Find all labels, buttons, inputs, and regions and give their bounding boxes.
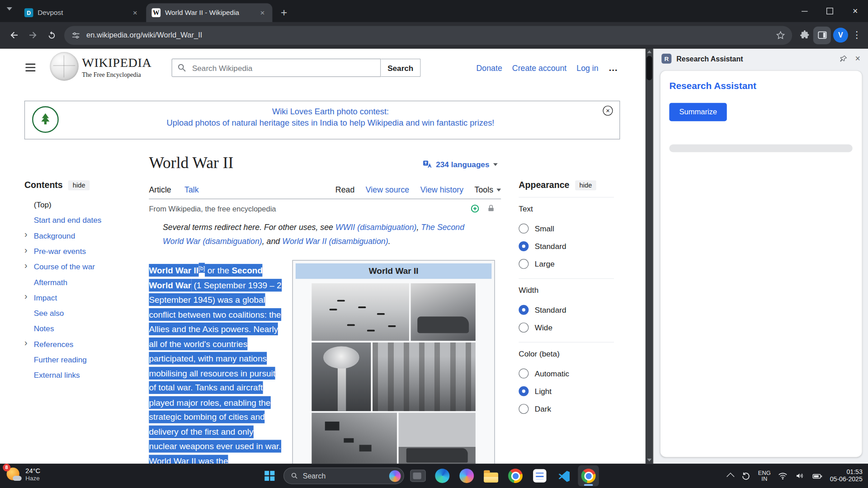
tools-menu[interactable]: Tools	[475, 185, 501, 194]
side-panel-toggle-button[interactable]	[813, 26, 831, 44]
browser-tab-devpost[interactable]: D Devpost ×	[19, 3, 145, 22]
edge-taskbar-button[interactable]	[432, 465, 453, 487]
taskbar-clock[interactable]: 01:53 05-06-2025	[830, 469, 863, 483]
scroll-down-arrow-icon[interactable]	[647, 459, 651, 461]
inline-link[interactable]: WWII (disambiguation)	[335, 223, 417, 232]
photo-city-ruins[interactable]	[373, 343, 476, 411]
add-interlanguage-icon[interactable]	[470, 204, 480, 214]
site-info-icon[interactable]	[71, 30, 81, 40]
wifi-icon[interactable]	[778, 471, 788, 481]
toc-hide-button[interactable]: hide	[68, 180, 90, 190]
chrome-taskbar-button[interactable]	[505, 465, 526, 487]
maximize-button[interactable]	[817, 0, 842, 22]
taskbar-search-box[interactable]: Search	[283, 468, 404, 484]
extensions-button[interactable]	[796, 26, 813, 44]
banner-line1-link[interactable]: Wiki Loves Earth photo contest:	[75, 106, 586, 117]
appearance-option-small[interactable]: Small	[519, 220, 614, 237]
back-button[interactable]	[5, 26, 24, 45]
copilot-taskbar-button[interactable]	[456, 465, 477, 487]
photo-warship[interactable]	[399, 413, 476, 464]
appearance-option-light[interactable]: Light	[519, 382, 614, 400]
photo-flag-raising[interactable]	[311, 413, 397, 464]
toc-item[interactable]: ›Pre-war events	[24, 244, 133, 259]
appearance-option-large[interactable]: Large	[519, 255, 614, 272]
hidden-icons-chevron-icon[interactable]	[727, 473, 735, 480]
wikipedia-logo[interactable]	[50, 52, 79, 81]
radio-button[interactable]	[519, 224, 528, 234]
toc-expand-chevron-icon[interactable]: ›	[24, 261, 28, 271]
radio-button[interactable]	[519, 259, 528, 269]
document-app-button[interactable]	[529, 465, 551, 487]
browser-menu-button[interactable]: ⋮	[850, 29, 863, 41]
tab-article[interactable]: Article	[149, 185, 171, 194]
forward-button[interactable]	[23, 26, 42, 45]
tab-view-history[interactable]: View history	[420, 185, 463, 194]
radio-button[interactable]	[519, 323, 528, 333]
main-menu-hamburger-icon[interactable]	[25, 64, 35, 71]
toc-expand-chevron-icon[interactable]: ›	[24, 291, 28, 301]
url-text[interactable]: en.wikipedia.org/wiki/World_War_II	[86, 31, 202, 39]
more-options-icon[interactable]: …	[609, 65, 618, 70]
appearance-hide-button[interactable]: hide	[575, 180, 596, 190]
wikipedia-wordmark[interactable]: WIKIPEDIA The Free Encyclopedia	[82, 56, 151, 78]
toc-item[interactable]: ›Background	[24, 228, 133, 243]
radio-button[interactable]	[519, 241, 528, 251]
minimize-button[interactable]	[792, 0, 817, 22]
languages-button[interactable]: 234 languages	[422, 160, 498, 169]
toc-item[interactable]: Aftermath	[24, 274, 133, 290]
toc-expand-chevron-icon[interactable]: ›	[24, 338, 28, 348]
page-scrollbar[interactable]	[646, 49, 653, 464]
scrollbar-thumb[interactable]	[646, 56, 652, 80]
toc-item[interactable]: External links	[24, 367, 133, 383]
photo-tank[interactable]	[411, 283, 476, 341]
tab-talk[interactable]: Talk	[184, 185, 199, 194]
toc-item[interactable]: (Top)	[24, 197, 133, 212]
sync-icon[interactable]	[741, 471, 751, 481]
banner-line2-link[interactable]: Upload photos of natural heritage sites …	[75, 117, 586, 128]
task-view-button[interactable]	[407, 465, 429, 487]
summarize-button[interactable]: Summarize	[669, 103, 727, 121]
radio-button[interactable]	[519, 386, 528, 396]
chrome-active-window-button[interactable]	[578, 465, 599, 487]
vscode-taskbar-button[interactable]	[553, 465, 575, 487]
bookmark-star-icon[interactable]	[776, 30, 786, 40]
inline-link[interactable]: World War II (disambiguation)	[282, 237, 388, 246]
toc-item[interactable]: Start and end dates	[24, 212, 133, 228]
radio-button[interactable]	[519, 305, 528, 315]
toc-item[interactable]: ›Impact	[24, 290, 133, 305]
side-panel-close-icon[interactable]: ×	[855, 54, 860, 64]
appearance-option-wide[interactable]: Wide	[519, 319, 614, 336]
toc-item[interactable]: Notes	[24, 321, 133, 336]
log-in-link[interactable]: Log in	[576, 64, 598, 73]
weather-widget[interactable]: 8 24°C Haze	[5, 466, 40, 481]
pin-icon[interactable]	[839, 55, 847, 63]
page-protection-lock-icon[interactable]	[486, 204, 495, 213]
tab-close-icon[interactable]: ×	[258, 8, 267, 17]
start-button[interactable]	[259, 465, 280, 487]
photo-bomber-aircraft[interactable]	[311, 283, 409, 341]
address-bar[interactable]: en.wikipedia.org/wiki/World_War_II	[64, 26, 792, 45]
toc-item[interactable]: See also	[24, 305, 133, 321]
battery-icon[interactable]	[812, 470, 823, 481]
keyboard-language-indicator[interactable]: ENGIN	[758, 470, 771, 482]
tab-view-source[interactable]: View source	[366, 185, 409, 194]
search-button[interactable]: Search	[381, 59, 420, 77]
donate-link[interactable]: Donate	[476, 64, 502, 73]
tab-search-chevron-icon[interactable]	[7, 7, 12, 10]
reload-button[interactable]	[42, 26, 61, 45]
volume-icon[interactable]	[795, 471, 805, 481]
toc-item[interactable]: Further reading	[24, 352, 133, 367]
create-account-link[interactable]: Create account	[512, 64, 566, 73]
profile-avatar[interactable]: V	[833, 28, 848, 42]
close-window-button[interactable]: ×	[843, 0, 868, 22]
appearance-option-standard[interactable]: Standard	[519, 301, 614, 319]
tab-close-icon[interactable]: ×	[131, 8, 140, 17]
browser-tab-wikipedia[interactable]: W World War II - Wikipedia ×	[146, 3, 272, 22]
toc-expand-chevron-icon[interactable]: ›	[24, 245, 28, 255]
appearance-option-automatic[interactable]: Automatic	[519, 365, 614, 382]
new-tab-button[interactable]: +	[277, 6, 291, 19]
photo-mushroom-cloud[interactable]	[311, 343, 371, 411]
appearance-option-dark[interactable]: Dark	[519, 400, 614, 418]
radio-button[interactable]	[519, 404, 528, 414]
toc-item[interactable]: ›Course of the war	[24, 259, 133, 274]
